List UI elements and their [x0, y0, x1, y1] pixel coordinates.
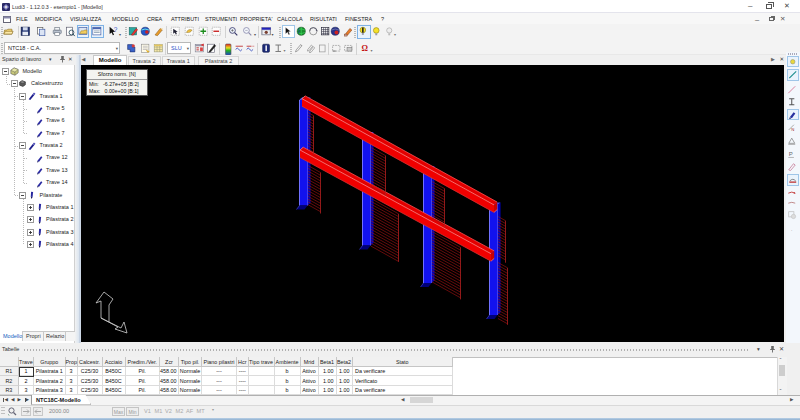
svg-text:P: P: [789, 150, 793, 156]
svg-text:?: ?: [114, 26, 118, 33]
svg-text:N: N: [791, 126, 794, 131]
svg-text:Ω: Ω: [361, 44, 368, 53]
